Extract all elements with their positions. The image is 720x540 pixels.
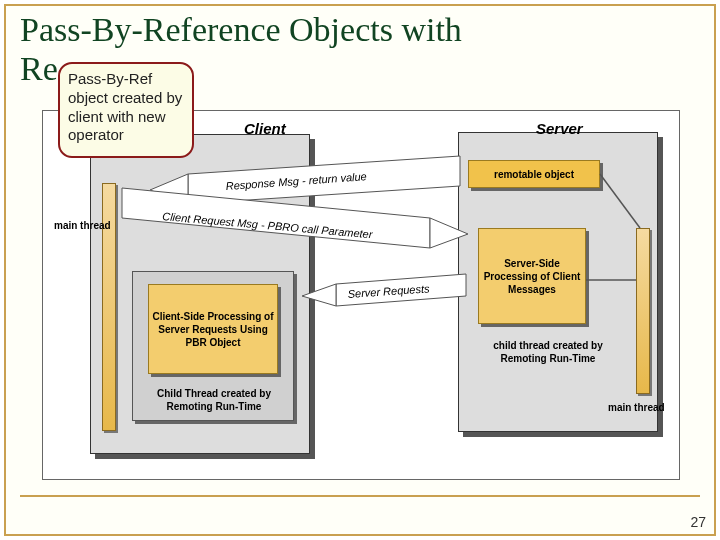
- child-thread-client-label: Child Thread created by Remoting Run-Tim…: [140, 388, 288, 413]
- client-side-panel: Client-Side Processing of Server Request…: [148, 284, 278, 374]
- server-side-panel-text: Server-Side Processing of Client Message…: [481, 257, 583, 296]
- callout-text: Pass-By-Ref object created by client wit…: [68, 70, 182, 143]
- callout-bubble: Pass-By-Ref object created by client wit…: [58, 62, 194, 158]
- server-main-thread-bar: [636, 228, 650, 394]
- title-line1: Pass-By-Reference Objects with: [20, 11, 462, 48]
- page-number: 27: [690, 514, 706, 530]
- client-label: Client: [244, 120, 286, 137]
- remotable-object-text: remotable object: [494, 168, 574, 181]
- remotable-object-panel: remotable object: [468, 160, 600, 188]
- server-side-panel: Server-Side Processing of Client Message…: [478, 228, 586, 324]
- divider: [20, 495, 700, 497]
- main-thread-right-label: main thread: [608, 402, 665, 415]
- client-side-panel-text: Client-Side Processing of Server Request…: [151, 310, 275, 349]
- title-line2: Re: [20, 50, 58, 87]
- child-thread-server-label: child thread created by Remoting Run-Tim…: [478, 340, 618, 365]
- server-label: Server: [536, 120, 583, 137]
- main-thread-left-label: main thread: [54, 220, 111, 233]
